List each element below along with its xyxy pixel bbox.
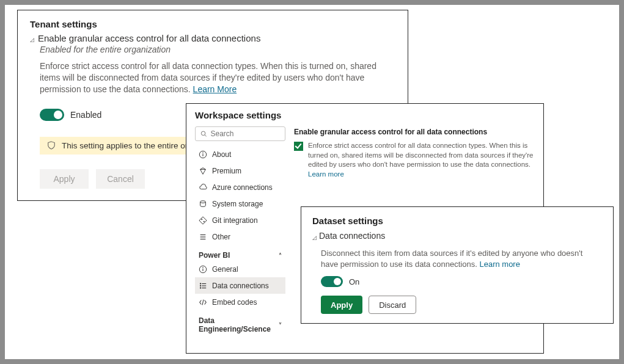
tenant-subtitle: Enabled for the entire organization: [40, 45, 395, 54]
cloud-icon: [199, 183, 207, 192]
tenant-description: Enforce strict access control for all da…: [40, 60, 388, 95]
collapse-icon[interactable]: ◿: [30, 37, 34, 43]
data-connections-icon: [199, 282, 207, 290]
tenant-heading: Tenant settings: [30, 19, 395, 29]
workspace-search[interactable]: [195, 126, 285, 141]
dataset-toggle-label: On: [349, 277, 359, 286]
dataset-subtitle: Data connections: [319, 231, 385, 241]
svg-point-16: [200, 287, 201, 288]
code-icon: [199, 298, 207, 307]
svg-point-6: [201, 219, 202, 220]
dataset-toggle[interactable]: [321, 276, 343, 287]
nav-group-data-engineering[interactable]: Data Engineering/Science ˅: [195, 314, 285, 335]
shield-icon: [47, 141, 56, 150]
nav-embed-codes[interactable]: Embed codes: [195, 294, 285, 310]
search-icon: [200, 130, 207, 137]
dataset-discard-button[interactable]: Discard: [369, 296, 416, 314]
chevron-down-icon: ˅: [279, 322, 282, 329]
tenant-enabled-toggle[interactable]: [40, 109, 64, 121]
diamond-icon: [199, 167, 207, 175]
info-icon: [199, 150, 207, 159]
nav-premium[interactable]: Premium: [195, 162, 285, 179]
nav-other[interactable]: Other: [195, 228, 285, 245]
list-icon: [199, 233, 207, 241]
nav-general[interactable]: General: [195, 261, 285, 277]
workspace-description: Enforce strict access control for all da…: [308, 141, 535, 179]
svg-point-13: [202, 267, 204, 268]
nav-system-storage[interactable]: System storage: [195, 195, 285, 212]
svg-point-14: [200, 283, 201, 284]
dataset-description: Disconnect this item from data sources i…: [321, 248, 602, 270]
collapse-icon[interactable]: ◿: [312, 235, 317, 241]
nav-group-powerbi[interactable]: Power BI ˄: [195, 249, 285, 261]
chevron-up-icon: ˄: [279, 252, 282, 259]
nav-about[interactable]: About: [195, 146, 285, 162]
dataset-heading: Dataset settings: [312, 216, 602, 226]
dataset-settings-panel: Dataset settings ◿ Data connections Disc…: [301, 206, 614, 324]
workspace-main-title: Enable granular access control for all d…: [294, 128, 535, 136]
search-input[interactable]: [210, 129, 280, 138]
tenant-cancel-button[interactable]: Cancel: [96, 169, 145, 189]
nav-data-connections[interactable]: Data connections: [195, 277, 285, 294]
tenant-apply-button[interactable]: Apply: [40, 169, 89, 189]
svg-point-7: [204, 220, 205, 222]
workspace-heading: Workspace settings: [195, 110, 535, 120]
nav-azure-connections[interactable]: Azure connections: [195, 179, 285, 195]
workspace-enable-checkbox[interactable]: [294, 142, 303, 151]
tenant-scope-banner: This setting applies to the entire organ…: [40, 137, 211, 155]
svg-point-5: [200, 200, 206, 203]
dataset-learn-more-link[interactable]: Learn more: [479, 260, 519, 269]
nav-git-integration[interactable]: Git integration: [195, 212, 285, 228]
tenant-title: Enable granular access control for all d…: [38, 33, 260, 43]
dataset-apply-button[interactable]: Apply: [321, 296, 362, 314]
tenant-toggle-label: Enabled: [70, 110, 101, 120]
workspace-learn-more-link[interactable]: Learn more: [308, 170, 344, 178]
workspace-nav: About Premium Azure connections: [195, 126, 285, 353]
git-icon: [199, 216, 207, 225]
svg-point-4: [202, 152, 204, 153]
info-icon: [199, 265, 207, 274]
svg-point-15: [200, 285, 201, 286]
svg-point-0: [201, 131, 205, 136]
svg-line-1: [205, 135, 207, 137]
tenant-learn-more-link[interactable]: Learn More: [193, 84, 237, 94]
storage-icon: [199, 200, 207, 208]
